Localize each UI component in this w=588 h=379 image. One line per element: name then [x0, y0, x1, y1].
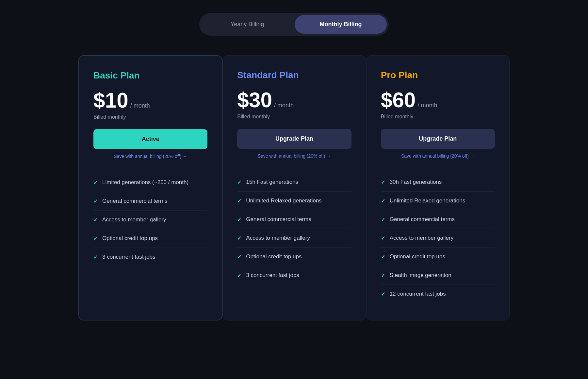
check-icon: ✓ [381, 254, 385, 260]
feature-text: General commercial terms [102, 198, 167, 204]
monthly-billing-button[interactable]: Monthly Billing [295, 15, 387, 34]
check-icon: ✓ [381, 198, 385, 204]
feature-text: Access to member gallery [390, 235, 454, 241]
check-icon: ✓ [237, 254, 241, 260]
feature-item: ✓ 30h Fast generations [381, 173, 495, 192]
price-row: $10 / month [93, 90, 207, 111]
check-icon: ✓ [381, 272, 385, 279]
feature-item: ✓ Access to member gallery [237, 229, 351, 248]
feature-item: ✓ 3 concurrent fast jobs [237, 266, 351, 284]
plan-button-standard[interactable]: Upgrade Plan [237, 129, 351, 149]
feature-item: ✓ Optional credit top ups [381, 248, 495, 266]
feature-text: Limited generations (~200 / month) [102, 179, 188, 186]
feature-text: Optional credit top ups [102, 235, 158, 242]
feature-item: ✓ 12 concurrent fast jobs [381, 285, 495, 303]
plan-title-basic: Basic Plan [93, 70, 207, 81]
check-icon: ✓ [381, 216, 385, 223]
billed-text: Billed monthly [93, 114, 207, 120]
check-icon: ✓ [93, 198, 98, 204]
save-annual-link-standard[interactable]: Save with annual billing (20% off) → [237, 153, 351, 159]
feature-item: ✓ Access to member gallery [93, 211, 207, 229]
save-annual-link-pro[interactable]: Save with annual billing (20% off) → [381, 153, 495, 159]
billed-text: Billed monthly [381, 114, 495, 120]
feature-text: Unlimited Relaxed generations [246, 198, 322, 204]
feature-item: ✓ Access to member gallery [381, 229, 495, 248]
feature-item: ✓ General commercial terms [237, 210, 351, 229]
save-annual-link-basic[interactable]: Save with annual billing (20% off) → [93, 154, 207, 159]
check-icon: ✓ [93, 180, 98, 186]
feature-text: 12 concurrent fast jobs [390, 291, 446, 297]
plan-title-standard: Standard Plan [237, 70, 351, 80]
check-icon: ✓ [381, 179, 385, 185]
feature-item: ✓ Unlimited Relaxed generations [381, 192, 495, 210]
price-row: $30 / month [237, 90, 351, 111]
billing-toggle: Yearly Billing Monthly Billing [199, 13, 389, 36]
price-amount: $10 [93, 90, 128, 111]
feature-item: ✓ 3 concurrent fast jobs [93, 248, 207, 266]
feature-text: Optional credit top ups [246, 253, 302, 260]
plan-card-pro: Pro Plan $60 / month Billed monthly Upgr… [366, 55, 510, 320]
feature-text: Stealth image generation [390, 272, 451, 279]
price-row: $60 / month [381, 90, 495, 111]
features-list-basic: ✓ Limited generations (~200 / month) ✓ G… [93, 173, 207, 266]
features-list-pro: ✓ 30h Fast generations ✓ Unlimited Relax… [381, 173, 495, 303]
feature-text: 15h Fast generations [246, 179, 298, 185]
check-icon: ✓ [237, 272, 241, 279]
feature-text: Optional credit top ups [390, 253, 445, 260]
price-amount: $60 [381, 90, 416, 111]
feature-item: ✓ General commercial terms [381, 210, 495, 229]
check-icon: ✓ [237, 179, 241, 185]
feature-item: ✓ 15h Fast generations [237, 173, 351, 192]
plan-title-pro: Pro Plan [381, 70, 495, 80]
plan-button-basic[interactable]: Active [93, 129, 207, 149]
plan-card-basic: Basic Plan $10 / month Billed monthly Ac… [78, 55, 222, 320]
features-list-standard: ✓ 15h Fast generations ✓ Unlimited Relax… [237, 173, 351, 284]
price-period: / month [274, 102, 294, 109]
plans-container: Basic Plan $10 / month Billed monthly Ac… [78, 55, 510, 320]
feature-item: ✓ Unlimited Relaxed generations [237, 192, 351, 210]
price-period: / month [130, 102, 150, 109]
feature-text: Unlimited Relaxed generations [390, 198, 466, 204]
price-period: / month [417, 102, 437, 109]
feature-text: Access to member gallery [246, 235, 310, 241]
check-icon: ✓ [93, 254, 98, 260]
feature-text: Access to member gallery [102, 216, 166, 223]
check-icon: ✓ [237, 198, 241, 204]
feature-text: General commercial terms [246, 216, 311, 223]
feature-item: ✓ General commercial terms [93, 192, 207, 211]
feature-text: 3 concurrent fast jobs [102, 254, 155, 260]
feature-text: General commercial terms [390, 216, 455, 223]
check-icon: ✓ [381, 291, 385, 297]
billed-text: Billed monthly [237, 114, 351, 120]
price-amount: $30 [237, 90, 272, 111]
feature-text: 3 concurrent fast jobs [246, 272, 299, 279]
check-icon: ✓ [381, 235, 385, 241]
feature-text: 30h Fast generations [390, 179, 442, 185]
feature-item: ✓ Optional credit top ups [93, 229, 207, 248]
yearly-billing-button[interactable]: Yearly Billing [201, 15, 293, 34]
feature-item: ✓ Limited generations (~200 / month) [93, 173, 207, 192]
plan-button-pro[interactable]: Upgrade Plan [381, 129, 495, 149]
feature-item: ✓ Optional credit top ups [237, 248, 351, 266]
check-icon: ✓ [237, 216, 241, 223]
check-icon: ✓ [237, 235, 241, 241]
check-icon: ✓ [93, 235, 98, 242]
check-icon: ✓ [93, 217, 98, 223]
plan-card-standard: Standard Plan $30 / month Billed monthly… [222, 55, 366, 320]
feature-item: ✓ Stealth image generation [381, 266, 495, 285]
